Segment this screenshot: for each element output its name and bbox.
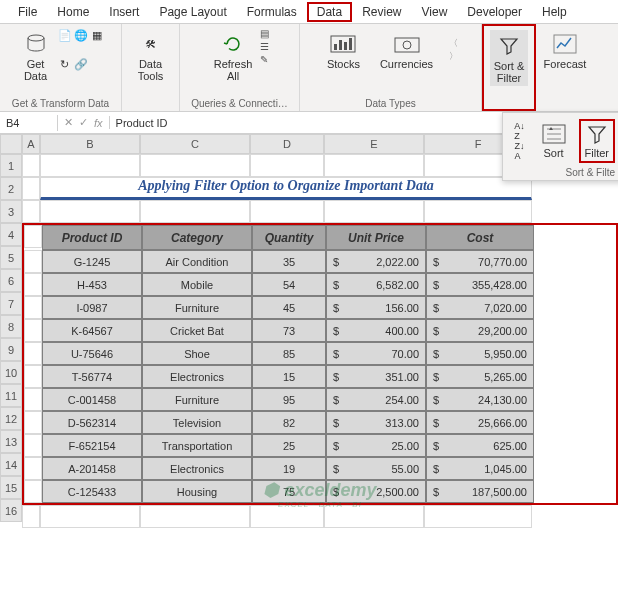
row-header-2[interactable]: 2 [0, 177, 22, 200]
cell[interactable] [22, 505, 40, 528]
cell[interactable]: Air Condition [142, 250, 252, 273]
cell[interactable]: 19 [252, 457, 326, 480]
recent-icon[interactable]: ↻ [58, 57, 72, 71]
tab-insert[interactable]: Insert [99, 2, 149, 22]
cell[interactable]: U-75646 [42, 342, 142, 365]
cell[interactable]: T-56774 [42, 365, 142, 388]
cell[interactable]: A-201458 [42, 457, 142, 480]
col-header-E[interactable]: E [324, 134, 424, 154]
cell[interactable]: $55.00 [326, 457, 426, 480]
cell[interactable] [40, 200, 140, 223]
tab-view[interactable]: View [412, 2, 458, 22]
col-header-A[interactable]: A [22, 134, 40, 154]
from-text-icon[interactable]: 📄 [58, 28, 72, 42]
cell[interactable]: Shoe [142, 342, 252, 365]
cell[interactable]: $351.00 [326, 365, 426, 388]
cell[interactable]: 73 [252, 319, 326, 342]
cell[interactable]: 95 [252, 388, 326, 411]
cell[interactable]: Cricket Bat [142, 319, 252, 342]
cell[interactable] [140, 200, 250, 223]
row-header-1[interactable]: 1 [0, 154, 22, 177]
col-pid[interactable]: Product ID [42, 225, 142, 250]
row-header-13[interactable]: 13 [0, 430, 22, 453]
col-header-B[interactable]: B [40, 134, 140, 154]
existing-icon[interactable]: 🔗 [74, 57, 88, 71]
cell[interactable]: $70.00 [326, 342, 426, 365]
properties-icon[interactable]: ☰ [260, 41, 269, 52]
cell[interactable] [250, 200, 324, 223]
cell[interactable] [140, 505, 250, 528]
cell[interactable] [250, 505, 324, 528]
cell[interactable]: G-1245 [42, 250, 142, 273]
row-header-9[interactable]: 9 [0, 338, 22, 361]
cell[interactable] [324, 154, 424, 177]
cell[interactable]: $24,130.00 [426, 388, 534, 411]
cell[interactable]: 75 [252, 480, 326, 503]
queries-icon[interactable]: ▤ [260, 28, 269, 39]
refresh-all-button[interactable]: Refresh All [210, 28, 257, 84]
row-header-16[interactable]: 16 [0, 499, 22, 522]
col-cat[interactable]: Category [142, 225, 252, 250]
cancel-icon[interactable]: ✕ [64, 116, 73, 129]
cell[interactable]: $5,265.00 [426, 365, 534, 388]
get-data-options[interactable]: 📄🌐 ▦↻ 🔗 [58, 28, 104, 84]
cell[interactable] [324, 505, 424, 528]
row-header-5[interactable]: 5 [0, 246, 22, 269]
cell[interactable]: Housing [142, 480, 252, 503]
stocks-button[interactable]: Stocks [323, 28, 364, 72]
cell[interactable]: D-562314 [42, 411, 142, 434]
sort-button[interactable]: Sort [537, 121, 571, 161]
cell[interactable]: $25,666.00 [426, 411, 534, 434]
col-price[interactable]: Unit Price [326, 225, 426, 250]
col-qty[interactable]: Quantity [252, 225, 326, 250]
col-header-D[interactable]: D [250, 134, 324, 154]
cell[interactable]: 85 [252, 342, 326, 365]
sort-asc-icon[interactable]: A↓Z [511, 122, 529, 140]
cell[interactable]: $156.00 [326, 296, 426, 319]
cell[interactable]: Electronics [142, 457, 252, 480]
enter-icon[interactable]: ✓ [79, 116, 88, 129]
cell[interactable] [40, 505, 140, 528]
cell[interactable]: 15 [252, 365, 326, 388]
tab-file[interactable]: File [8, 2, 47, 22]
tab-formulas[interactable]: Formulas [237, 2, 307, 22]
cell[interactable]: Furniture [142, 296, 252, 319]
cell[interactable] [40, 154, 140, 177]
row-header-3[interactable]: 3 [0, 200, 22, 223]
cell[interactable]: $7,020.00 [426, 296, 534, 319]
cell[interactable]: C-001458 [42, 388, 142, 411]
cell[interactable]: 54 [252, 273, 326, 296]
cell[interactable]: $2,500.00 [326, 480, 426, 503]
cell[interactable]: $400.00 [326, 319, 426, 342]
cell[interactable] [424, 200, 532, 223]
row-header-14[interactable]: 14 [0, 453, 22, 476]
tab-data[interactable]: Data [307, 2, 352, 22]
name-box[interactable]: B4 [0, 115, 58, 131]
row-header-15[interactable]: 15 [0, 476, 22, 499]
scroll-arrows[interactable]: 〈〉 [449, 37, 458, 63]
tab-developer[interactable]: Developer [457, 2, 532, 22]
row-header-7[interactable]: 7 [0, 292, 22, 315]
cell[interactable]: $1,045.00 [426, 457, 534, 480]
cell[interactable]: 25 [252, 434, 326, 457]
sort-desc-icon[interactable]: Z↓A [511, 142, 529, 160]
cell[interactable]: Mobile [142, 273, 252, 296]
cell[interactable]: $29,200.00 [426, 319, 534, 342]
tab-home[interactable]: Home [47, 2, 99, 22]
col-cost[interactable]: Cost [426, 225, 534, 250]
cell[interactable]: $25.00 [326, 434, 426, 457]
tab-page-layout[interactable]: Page Layout [149, 2, 236, 22]
cell[interactable]: $5,950.00 [426, 342, 534, 365]
col-header-C[interactable]: C [140, 134, 250, 154]
cell[interactable]: 82 [252, 411, 326, 434]
tab-review[interactable]: Review [352, 2, 411, 22]
cell[interactable]: Electronics [142, 365, 252, 388]
fx-icon[interactable]: fx [94, 117, 103, 129]
cell[interactable]: Television [142, 411, 252, 434]
row-header-6[interactable]: 6 [0, 269, 22, 292]
cell[interactable]: $355,428.00 [426, 273, 534, 296]
cell[interactable] [22, 200, 40, 223]
cell[interactable]: $70,770.00 [426, 250, 534, 273]
cell[interactable]: $6,582.00 [326, 273, 426, 296]
cell[interactable]: Furniture [142, 388, 252, 411]
